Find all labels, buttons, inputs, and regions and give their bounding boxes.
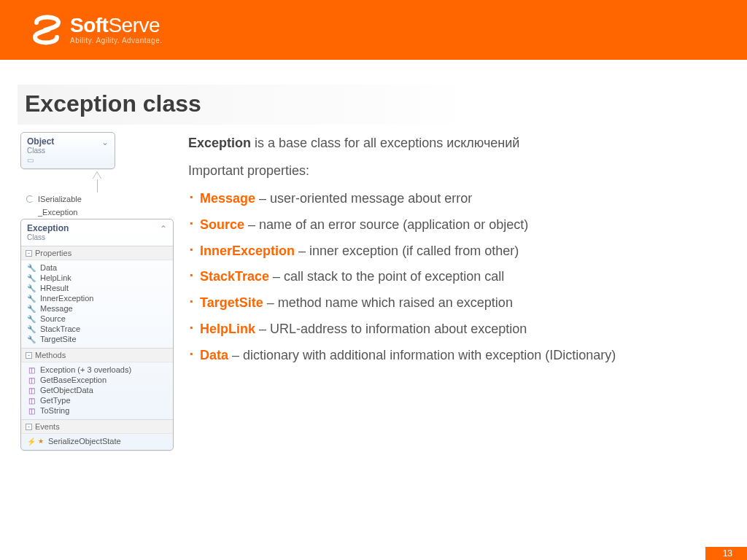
brand-name: SoftServe (70, 15, 162, 36)
body-text: Exception is a base class for all except… (188, 132, 731, 454)
section-label-methods: Methods (35, 351, 66, 359)
star-icon: ★ (38, 438, 44, 445)
wrench-icon: 🔧 (27, 324, 36, 333)
property-item: Source (40, 314, 66, 323)
bullet-desc: – URL-address to information about excep… (255, 322, 527, 336)
inheritance-arrow-icon (93, 172, 101, 179)
section-label-events: Events (35, 422, 60, 431)
object-class-name: Object (27, 136, 109, 147)
method-icon: ◫ (27, 406, 36, 415)
interface-lollipop-icon (26, 195, 34, 203)
property-bullets: Message – user-oriented message about er… (188, 189, 731, 366)
methods-list: ◫Exception (+ 3 overloads) ◫GetBaseExcep… (21, 362, 173, 419)
method-icon: ◫ (27, 386, 36, 394)
wrench-icon: 🔧 (27, 314, 36, 323)
events-list: ⚡★ SerializeObjectState (21, 434, 173, 450)
interface-label: _Exception (38, 208, 77, 217)
property-item: InnerException (40, 294, 93, 303)
wrench-icon: 🔧 (27, 273, 36, 282)
compartment-handle-icon: ▭ (27, 156, 109, 164)
page-number: 13 (705, 547, 747, 560)
chevron-up-icon[interactable]: ⌃ (160, 224, 167, 234)
wrench-icon: 🔧 (27, 284, 36, 292)
lightning-icon: ⚡ (27, 437, 36, 446)
bullet-term: Message (200, 191, 255, 206)
bullet-term: StackTrace (200, 269, 269, 284)
bullet-term: InnerException (200, 244, 295, 258)
section-label-properties: Properties (35, 249, 71, 257)
bullet-term: Source (200, 217, 244, 232)
method-icon: ◫ (27, 396, 36, 405)
property-item: Data (40, 263, 57, 272)
wrench-icon: 🔧 (27, 263, 36, 272)
method-item: ToString (40, 406, 69, 415)
brand-logo: SoftServe Ability. Agility. Advantage. (28, 11, 162, 49)
method-item: GetType (40, 396, 71, 405)
property-item: StackTrace (40, 324, 80, 333)
property-item: TargetSite (40, 335, 77, 343)
object-class-type: Class (27, 147, 109, 155)
bullet-desc: – inner exception (if called from other) (295, 244, 519, 258)
collapse-toggle-icon[interactable]: - (26, 424, 32, 430)
method-icon: ◫ (27, 365, 36, 374)
method-icon: ◫ (27, 376, 36, 384)
wrench-icon: 🔧 (27, 294, 36, 303)
properties-list: 🔧Data 🔧HelpLink 🔧HResult 🔧InnerException… (21, 260, 173, 348)
brand-name-bold: Soft (70, 14, 108, 36)
wrench-icon: 🔧 (27, 335, 36, 343)
bullet-desc: – call stack to the point of exception c… (269, 269, 504, 284)
top-header: SoftServe Ability. Agility. Advantage. (0, 0, 747, 60)
intro-lead: Exception (188, 136, 251, 150)
exception-class-type: Class (27, 233, 167, 241)
bullet-desc: – dictionary with additional information… (228, 348, 616, 362)
method-item: GetBaseException (40, 376, 107, 384)
property-item: Message (40, 304, 73, 313)
bullet-desc: – method name which raised an exception (263, 295, 513, 310)
inheritance-connector (20, 172, 174, 192)
event-item: SerializeObjectState (48, 437, 121, 446)
brand-tagline: Ability. Agility. Advantage. (70, 37, 162, 44)
method-item: Exception (+ 3 overloads) (40, 365, 131, 374)
intro-subhead: Important properties: (188, 161, 731, 182)
bullet-desc: – user-oriented message about error (255, 191, 472, 206)
bullet-desc: – name of an error source (application o… (244, 217, 528, 232)
wrench-icon: 🔧 (27, 304, 36, 313)
collapse-toggle-icon[interactable]: - (26, 250, 32, 257)
class-diagram: Object Class ▭ ⌄ ISerializable _Exceptio… (20, 132, 174, 454)
brand-name-thin: Serve (108, 14, 160, 36)
bullet-term: Data (200, 348, 228, 362)
property-item: HResult (40, 284, 69, 292)
exception-class-name: Exception (27, 223, 167, 233)
bullet-term: TargetSite (200, 295, 263, 310)
property-item: HelpLink (40, 273, 71, 282)
bullet-term: HelpLink (200, 322, 255, 336)
brand-mark-icon (28, 11, 66, 49)
collapse-toggle-icon[interactable]: - (26, 352, 32, 359)
intro-rest: is a base class for all exceptions исклю… (251, 136, 519, 150)
interface-label: ISerializable (38, 195, 82, 203)
slide-title: Exception class (18, 85, 729, 125)
method-item: GetObjectData (40, 386, 93, 394)
chevron-down-icon[interactable]: ⌄ (101, 137, 109, 147)
